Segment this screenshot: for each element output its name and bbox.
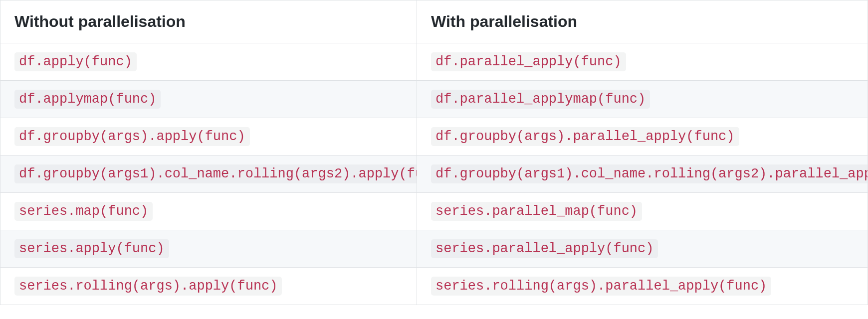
table-row: series.apply(func) series.parallel_apply…: [0, 230, 868, 268]
table-row: series.rolling(args).apply(func) series.…: [0, 268, 868, 305]
code-with: series.rolling(args).parallel_apply(func…: [431, 277, 771, 296]
table-row: series.map(func) series.parallel_map(fun…: [0, 193, 868, 230]
code-without: series.apply(func): [14, 239, 169, 258]
code-without: df.apply(func): [14, 52, 137, 71]
code-without: df.groupby(args).apply(func): [14, 127, 250, 146]
table-row: df.groupby(args1).col_name.rolling(args2…: [0, 156, 868, 193]
code-with: series.parallel_apply(func): [431, 239, 658, 258]
code-without: series.rolling(args).apply(func): [14, 277, 282, 296]
table-row: df.groupby(args).apply(func) df.groupby(…: [0, 118, 868, 156]
header-with: With parallelisation: [417, 0, 868, 43]
code-with: df.parallel_applymap(func): [431, 90, 650, 109]
header-without: Without parallelisation: [0, 0, 417, 43]
table-row: df.applymap(func) df.parallel_applymap(f…: [0, 81, 868, 118]
code-without: df.applymap(func): [14, 90, 161, 109]
table-header-row: Without parallelisation With parallelisa…: [0, 0, 868, 43]
code-with: df.groupby(args1).col_name.rolling(args2…: [431, 164, 868, 183]
code-without: df.groupby(args1).col_name.rolling(args2…: [14, 164, 417, 183]
code-with: df.groupby(args).parallel_apply(func): [431, 127, 739, 146]
table-row: df.apply(func) df.parallel_apply(func): [0, 43, 868, 81]
code-with: series.parallel_map(func): [431, 202, 642, 221]
code-with: df.parallel_apply(func): [431, 52, 626, 71]
comparison-table: Without parallelisation With parallelisa…: [0, 0, 868, 305]
code-without: series.map(func): [14, 202, 153, 221]
